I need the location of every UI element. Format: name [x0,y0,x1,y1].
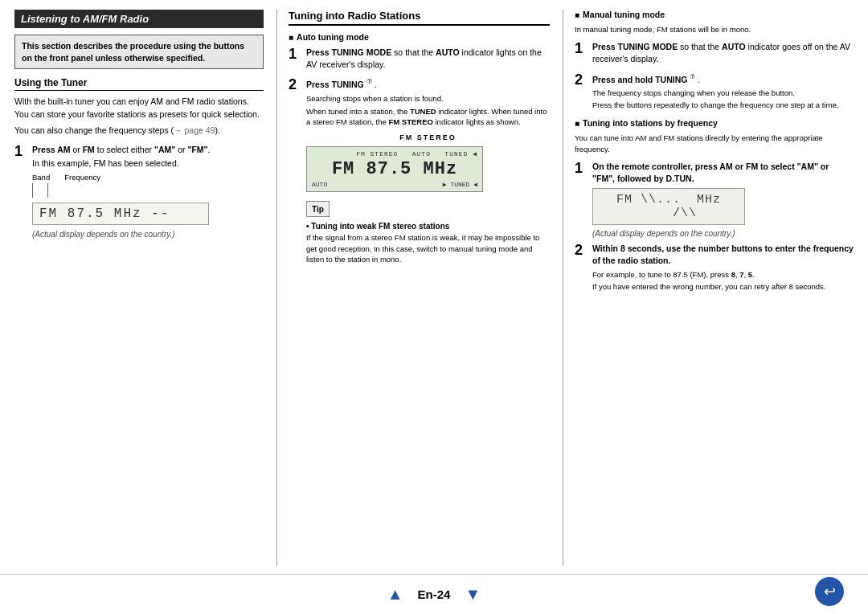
mid-step-1-number: 1 [289,47,301,61]
step-1-fm-quoted: "FM" [187,145,207,154]
tip-label: Tip [312,205,324,214]
body-text-1: With the built-in tuner you can enjoy AM… [14,96,264,121]
step-1-number: 1 [14,144,27,158]
freq-step-1-label: On the remote controller, press AM or FM… [592,161,854,184]
mid-step-1: 1 Press TUNING MODE so that the AUTO ind… [289,47,550,72]
subsection-heading: Using the Tuner [14,77,264,91]
main-content: Listening to AM/FM Radio This section de… [0,0,868,574]
fm-stereo-label: FM STEREO [306,133,550,141]
frequency-label: Frequency [64,173,100,182]
fm-display-bottom-line: AUTO ▶ TUNED ◀ [312,181,477,188]
tuning-icon: ⑦ [366,78,372,85]
auto-indicator: AUTO [312,181,327,188]
step-1-am-quoted: "AM" [154,145,175,154]
right-step-1-label: Press TUNING MODE so that the AUTO indic… [592,41,854,64]
mid-step-2: 2 Press TUNING ⑦ . Searching stops when … [289,77,550,264]
freq-display-line2: /\\ [601,207,736,220]
mid-step-1-bold: Press TUNING MODE [306,47,391,57]
band-label: Band [32,173,50,182]
right-step-2-label: Press and hold TUNING ⑦ . [592,72,854,85]
page-container: Listening to AM/FM Radio This section de… [0,0,868,614]
fm-display-graphic: FM STEREO FM STEREO AUTO TUNED ◀ FM 87.5… [306,133,550,192]
auto-mode-heading: Auto tuning mode [289,32,550,42]
freq-display-box: FM \\... MHz /\\ [592,188,745,225]
num-8: 8 [731,270,735,279]
manual-intro: In manual tuning mode, FM stations will … [575,24,854,35]
footer-page: ▲ En-24 ▼ [387,585,481,604]
right-step-2-bold: Press and hold TUNING [592,74,687,84]
page-link[interactable]: → page 49 [174,125,215,135]
freq-step-1-content: On the remote controller, press AM or FM… [592,161,854,238]
tuned-indicator: ▶ TUNED ◀ [443,181,477,188]
footer: ▲ En-24 ▼ ↩ [0,574,868,614]
freq-caption: (Actual display depends on the country.) [592,229,854,238]
step-1-block: 1 Press AM or FM to select either "AM" o… [14,144,264,239]
left-column: Listening to AM/FM Radio This section de… [14,10,264,566]
col-heading: Tuning into Radio Stations [289,10,550,26]
freq-step-2-sub2: If you have entered the wrong number, yo… [592,281,854,292]
right-step-1-content: Press TUNING MODE so that the AUTO indic… [592,41,854,67]
manual-mode-label: Manual tuning mode [583,10,665,19]
right-step-2: 2 Press and hold TUNING ⑦ . The frequenc… [575,72,854,111]
freq-step-2-content: Within 8 seconds, use the number buttons… [592,243,854,292]
manual-mode-heading: Manual tuning mode [575,10,854,19]
freq-step-2: 2 Within 8 seconds, use the number butto… [575,243,854,292]
freq-step-1: 1 On the remote controller, press AM or … [575,161,854,238]
fm-display-wrapper: FM STEREO AUTO TUNED ◀ FM 87.5 MHz AUTO … [306,146,483,192]
mid-step-2-number: 2 [289,77,301,92]
fm-display-main-text: FM 87.5 MHz [312,159,477,179]
tuned-bold: TUNED [410,107,436,116]
freq-step-1-bold: On the remote controller, press AM or FM… [592,162,829,183]
right-step-2-content: Press and hold TUNING ⑦ . The frequency … [592,72,854,111]
mid-step-2-bold: Press TUNING [306,80,364,89]
tip-body: If the signal from a stereo FM station i… [306,232,550,264]
freq-step-1-number: 1 [575,161,588,175]
prev-arrow[interactable]: ▲ [387,585,403,604]
mid-step-1-label: Press TUNING MODE so that the AUTO indic… [306,47,550,70]
right-step-1-auto: AUTO [722,42,746,51]
fm-display-top-line: FM STEREO AUTO TUNED ◀ [312,150,477,158]
right-step-2-number: 2 [575,72,588,87]
back-button[interactable]: ↩ [815,577,844,606]
body-text-2: You can also change the frequency steps … [14,125,264,137]
freq-display-line1: FM \\... MHz [601,193,736,207]
freq-heading-label: Tuning into stations by frequency [583,118,718,128]
page-number: En-24 [418,587,451,601]
step-1-label: Press AM or FM to select either "AM" or … [32,144,264,156]
step-1-fm: FM [83,145,95,154]
mid-step-2-sub1: Searching stops when a station is found. [306,93,550,104]
display-caption: (Actual display depends on the country.) [32,230,264,239]
tip-content-block: • Tuning into weak FM stereo stations If… [306,222,550,264]
mid-step-2-label: Press TUNING ⑦ . [306,77,550,90]
tip-block: Tip • Tuning into weak FM stereo station… [306,197,550,264]
freq-intro: You can tune into AM and FM stations dir… [575,133,854,154]
num-7: 7 [739,270,743,279]
right-step-2-sub1: The frequency stops changing when you re… [592,88,854,98]
back-icon: ↩ [824,583,836,600]
info-box: This section describes the procedure usi… [14,35,264,69]
freq-step-2-sub1: For example, to tune to 87.5 (FM), press… [592,269,854,280]
freq-step-2-bold: Within 8 seconds, use the number buttons… [592,244,854,265]
section-title: Listening to AM/FM Radio [14,10,264,28]
mid-step-1-auto: AUTO [436,47,460,57]
right-step-1-number: 1 [575,41,588,55]
display-lines [32,183,264,198]
right-tuning-icon: ⑦ [690,73,695,80]
mid-step-2-sub2: When tuned into a station, the TUNED ind… [306,106,550,128]
freq-step-2-label: Within 8 seconds, use the number buttons… [592,243,854,266]
right-step-1-bold: Press TUNING MODE [592,42,678,51]
info-box-text: This section describes the procedure usi… [22,41,244,63]
next-arrow[interactable]: ▼ [465,585,481,604]
freq-step-2-number: 2 [575,243,588,257]
freq-section-heading: Tuning into stations by frequency [575,118,854,128]
fm-stereo-bold: FM STEREO [388,117,432,126]
right-column: Manual tuning mode In manual tuning mode… [563,10,854,566]
fm-display-box: FM 87.5 MHz -- [32,203,209,225]
tip-title: • Tuning into weak FM stereo stations [306,222,550,231]
mid-step-1-content: Press TUNING MODE so that the AUTO indic… [306,47,550,72]
step-1-content: Press AM or FM to select either "AM" or … [32,144,264,239]
step-1-bold: Press AM [32,145,70,154]
step-1-sub: In this example, FM has been selected. [32,158,264,170]
display-labels: Band Frequency [32,173,264,182]
mid-step-2-content: Press TUNING ⑦ . Searching stops when a … [306,77,550,264]
